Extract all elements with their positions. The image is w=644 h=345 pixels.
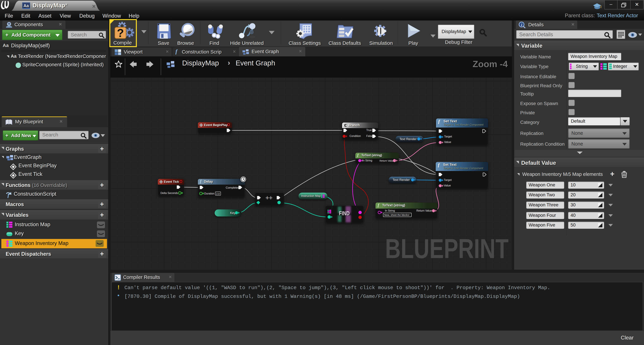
svg-text:i: i <box>521 23 522 27</box>
svg-text:?: ? <box>117 27 124 39</box>
